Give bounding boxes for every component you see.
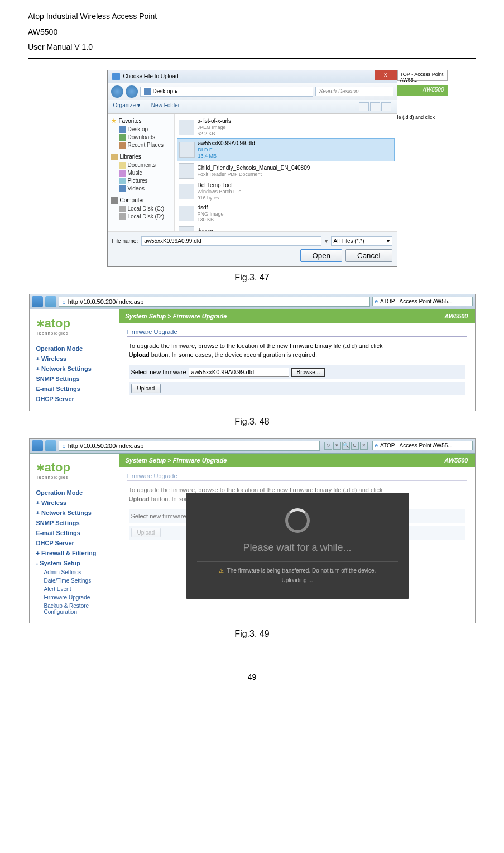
menu-network[interactable]: + Network Settings (36, 364, 112, 374)
sidebar-item-label: Music (128, 170, 142, 176)
filename-input[interactable]: aw55xxK0.99A0.99.dld (141, 236, 321, 246)
sidebar-disk-c[interactable]: Local Disk (C:) (111, 205, 171, 213)
menu-snmp[interactable]: SNMP Settings (36, 518, 112, 528)
breadcrumb-text: System Setup > Firmware Upgrade (126, 313, 227, 320)
documents-icon (119, 162, 126, 169)
url-bar[interactable]: e http://10.0.50.200/index.asp (59, 297, 370, 307)
figure-49: e http://10.0.50.200/index.asp ↻ ▾ 🔍 C ✕… (29, 438, 476, 623)
close-button[interactable]: X (375, 70, 397, 80)
submenu-datetime[interactable]: Date/Time Settings (36, 576, 112, 585)
stop-icon[interactable]: ✕ (360, 442, 368, 450)
menu-wireless[interactable]: + Wireless (36, 354, 112, 364)
upload-button[interactable]: Upload (131, 384, 161, 393)
dropdown-icon[interactable]: ▾ (325, 238, 328, 244)
computer-icon (111, 197, 118, 204)
back-button[interactable] (32, 440, 43, 451)
sidebar-documents[interactable]: Documents (111, 161, 171, 169)
file-name: Del Temp Tool (198, 182, 242, 189)
file-size: 916 bytes (198, 195, 242, 201)
sidebar-pictures[interactable]: Pictures (111, 177, 171, 185)
downloads-icon (119, 134, 126, 141)
computer-label: Computer (120, 197, 145, 203)
sidebar-music[interactable]: Music (111, 169, 171, 177)
model-text: AW5500 (444, 457, 468, 464)
select-label: Select new firmware (131, 369, 186, 375)
disk-icon (119, 213, 126, 220)
sidebar-disk-d[interactable]: Local Disk (D:) (111, 213, 171, 221)
submenu-firmware[interactable]: Firmware Upgrade (36, 593, 112, 602)
sidebar-videos[interactable]: Videos (111, 185, 171, 193)
menu-email[interactable]: E-mail Settings (36, 528, 112, 538)
filetype-select[interactable]: All Files (*.*) ▾ (331, 236, 392, 246)
logo: ✱atop Technologies (36, 316, 112, 336)
tool-icon[interactable]: ▾ (333, 442, 341, 450)
pictures-icon (119, 178, 126, 184)
menu-email[interactable]: E-mail Settings (36, 384, 112, 394)
ie-icon: e (375, 442, 378, 449)
view-icon-2[interactable] (370, 102, 380, 111)
menu-firewall[interactable]: + Firewall & Filtering (36, 548, 112, 558)
back-button[interactable] (32, 296, 43, 307)
file-item[interactable]: Del Temp Tool Windows Batch File 916 byt… (177, 180, 395, 203)
fieldset-label: Firmware Upgrade (127, 473, 467, 480)
nav-forward-icon[interactable] (126, 85, 138, 98)
breadcrumb: System Setup > Firmware Upgrade AW5500 (119, 309, 475, 323)
submenu-admin[interactable]: Admin Settings (36, 568, 112, 576)
path-bar[interactable]: Desktop ▸ (140, 87, 313, 97)
search-icon[interactable]: 🔍 (342, 442, 350, 450)
search-input[interactable]: Search Desktop (315, 87, 393, 96)
menu-dhcp[interactable]: DHCP Server (36, 538, 112, 548)
compat-icon[interactable]: C (351, 442, 359, 450)
open-button[interactable]: Open (300, 249, 342, 262)
firmware-input[interactable]: aw55xxK0.99A0.99.dld (189, 368, 289, 377)
sidebar-downloads[interactable]: Downloads (111, 134, 171, 141)
browse-button[interactable]: Browse... (291, 368, 326, 377)
file-item[interactable]: dsdf PNG Image 130 KB (177, 203, 395, 225)
menu-dhcp[interactable]: DHCP Server (36, 394, 112, 404)
logo-icon: ✱ (36, 463, 45, 474)
view-icon-1[interactable] (359, 102, 369, 111)
help-icon[interactable] (381, 102, 391, 111)
browser-tab[interactable]: e ATOP - Access Point AW55... (372, 297, 473, 306)
refresh-icon[interactable]: ↻ (324, 442, 332, 450)
browser-tab[interactable]: e ATOP - Access Point AW55... (372, 441, 473, 450)
menu-system-setup[interactable]: - System Setup (36, 558, 112, 568)
forward-button[interactable] (45, 296, 56, 307)
file-item[interactable]: dvcvw PNG Image (177, 225, 395, 231)
file-meta: DLD File (198, 147, 255, 153)
msg-text: The firmware is being transferred. Do no… (227, 568, 376, 574)
dialog-bottom: File name: aw55xxK0.99A0.99.dld ▾ All Fi… (108, 231, 397, 266)
file-icon (179, 120, 194, 135)
dialog-toolbar: Organize ▾ New Folder (108, 100, 397, 114)
logo-subtitle: Technologies (36, 331, 112, 336)
organize-button[interactable]: Organize ▾ (113, 102, 140, 111)
menu-wireless[interactable]: + Wireless (36, 498, 112, 508)
sidebar-item-label: Pictures (128, 178, 148, 184)
menu-network[interactable]: + Network Settings (36, 508, 112, 518)
dialog-title: Choose File to Upload (123, 73, 179, 79)
submenu-backup[interactable]: Backup & Restore Configuration (36, 602, 112, 616)
menu-operation-mode[interactable]: Operation Mode (36, 344, 112, 354)
cancel-button[interactable]: Cancel (345, 249, 392, 262)
fieldset-label: Firmware Upgrade (127, 328, 467, 336)
dropdown-icon: ▾ (387, 238, 390, 244)
sidebar-item-label: Local Disk (C:) (128, 206, 165, 212)
sidebar-recent[interactable]: Recent Places (111, 141, 171, 149)
file-item[interactable]: Child_Friendly_Schools_Manual_EN_040809 … (177, 161, 395, 180)
wait-text: Please wait for a while... (197, 542, 398, 554)
forward-button[interactable] (45, 440, 56, 451)
newfolder-button[interactable]: New Folder (151, 102, 180, 111)
file-name: dsdf (198, 204, 224, 211)
menu-snmp[interactable]: SNMP Settings (36, 374, 112, 384)
ie-icon: e (63, 442, 66, 449)
nav-back-icon[interactable] (111, 85, 123, 98)
submenu-alert[interactable]: Alert Event (36, 585, 112, 593)
file-item[interactable]: a-list-of-x-urls JPEG Image 62.2 KB (177, 116, 395, 139)
menu-operation-mode[interactable]: Operation Mode (36, 488, 112, 498)
figure-47-caption: Fig.3. 47 (28, 273, 476, 283)
url-bar[interactable]: e http://10.0.50.200/index.asp (59, 441, 320, 451)
sidebar-item-label: Recent Places (128, 142, 164, 148)
file-item-selected[interactable]: aw55xxK0.99A0.99.dld DLD File 13.4 MB (177, 138, 395, 161)
bg-tab: TOP - Access Point AW55... (397, 70, 448, 81)
sidebar-desktop[interactable]: Desktop (111, 126, 171, 134)
